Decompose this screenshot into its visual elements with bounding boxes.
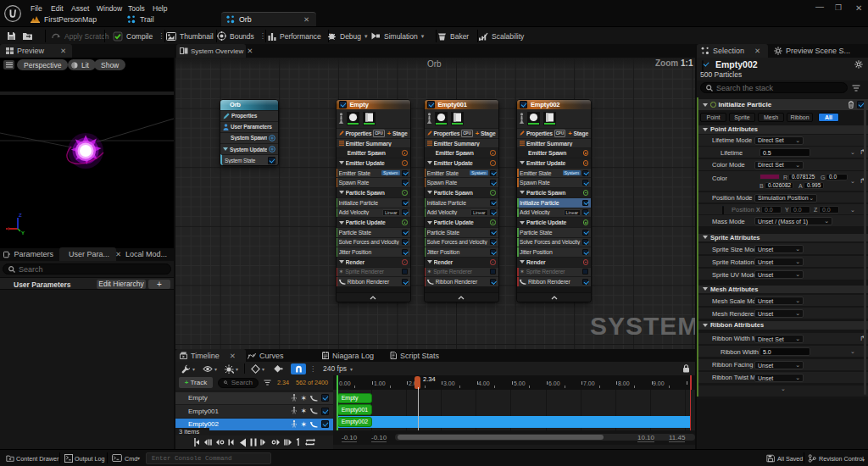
svg-text:Z: Z	[19, 213, 22, 218]
svg-text:Y: Y	[21, 230, 25, 236]
